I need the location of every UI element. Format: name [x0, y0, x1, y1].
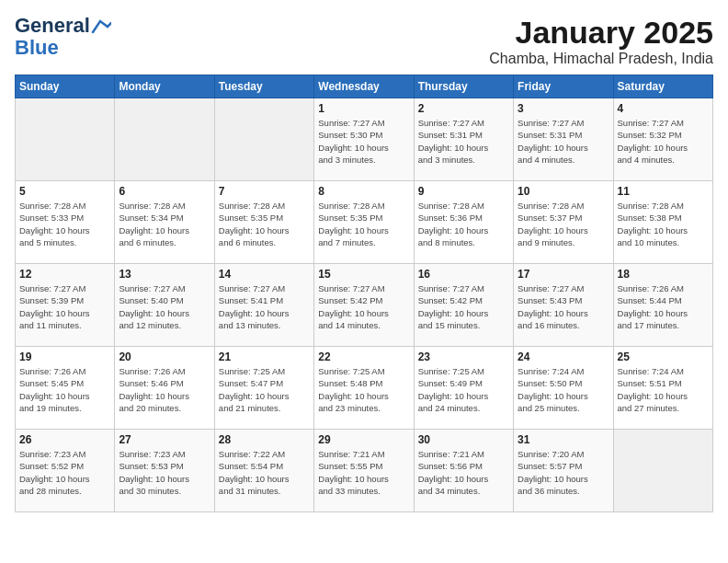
- day-info: Sunrise: 7:28 AMSunset: 5:37 PMDaylight:…: [518, 200, 609, 248]
- day-number: 18: [618, 268, 709, 281]
- calendar-cell: 19Sunrise: 7:26 AMSunset: 5:45 PMDayligh…: [16, 347, 115, 430]
- day-info: Sunrise: 7:27 AMSunset: 5:39 PMDaylight:…: [19, 282, 110, 331]
- day-info: Sunrise: 7:27 AMSunset: 5:32 PMDaylight:…: [618, 117, 709, 166]
- month-year-title: January 2025: [489, 15, 713, 51]
- day-number: 15: [318, 268, 409, 281]
- day-info: Sunrise: 7:26 AMSunset: 5:44 PMDaylight:…: [618, 282, 709, 331]
- day-info: Sunrise: 7:28 AMSunset: 5:34 PMDaylight:…: [119, 200, 210, 248]
- logo-icon: [91, 19, 111, 34]
- calendar-cell: 15Sunrise: 7:27 AMSunset: 5:42 PMDayligh…: [314, 264, 414, 347]
- calendar-week-3: 12Sunrise: 7:27 AMSunset: 5:39 PMDayligh…: [16, 264, 713, 347]
- calendar-header: Sunday Monday Tuesday Wednesday Thursday…: [16, 75, 713, 98]
- col-saturday: Saturday: [613, 75, 712, 98]
- day-number: 5: [19, 185, 110, 198]
- day-number: 11: [618, 185, 709, 198]
- calendar-cell: 29Sunrise: 7:21 AMSunset: 5:55 PMDayligh…: [314, 430, 414, 512]
- col-sunday: Sunday: [16, 75, 115, 98]
- day-info: Sunrise: 7:21 AMSunset: 5:56 PMDaylight:…: [418, 448, 509, 497]
- day-number: 19: [19, 350, 110, 363]
- day-info: Sunrise: 7:21 AMSunset: 5:55 PMDaylight:…: [318, 448, 409, 497]
- day-number: 7: [219, 185, 310, 198]
- logo-blue-text: Blue: [15, 37, 59, 59]
- calendar-cell: 22Sunrise: 7:25 AMSunset: 5:48 PMDayligh…: [314, 347, 414, 430]
- calendar-cell: 8Sunrise: 7:28 AMSunset: 5:35 PMDaylight…: [314, 181, 414, 264]
- calendar-cell: 1Sunrise: 7:27 AMSunset: 5:30 PMDaylight…: [314, 98, 414, 181]
- calendar-cell: 18Sunrise: 7:26 AMSunset: 5:44 PMDayligh…: [613, 264, 712, 347]
- col-thursday: Thursday: [414, 75, 513, 98]
- calendar-cell: 16Sunrise: 7:27 AMSunset: 5:42 PMDayligh…: [414, 264, 513, 347]
- page-header: General Blue January 2025 Chamba, Himach…: [15, 15, 713, 67]
- day-info: Sunrise: 7:26 AMSunset: 5:46 PMDaylight:…: [119, 365, 210, 414]
- calendar-cell: 20Sunrise: 7:26 AMSunset: 5:46 PMDayligh…: [115, 347, 214, 430]
- day-number: 20: [119, 350, 210, 363]
- day-number: 26: [19, 433, 110, 446]
- day-number: 22: [318, 350, 409, 363]
- calendar-cell: 31Sunrise: 7:20 AMSunset: 5:57 PMDayligh…: [514, 430, 613, 512]
- calendar-cell: 23Sunrise: 7:25 AMSunset: 5:49 PMDayligh…: [414, 347, 513, 430]
- day-info: Sunrise: 7:27 AMSunset: 5:42 PMDaylight:…: [318, 282, 409, 331]
- col-friday: Friday: [514, 75, 613, 98]
- day-number: 1: [318, 102, 409, 115]
- calendar-week-2: 5Sunrise: 7:28 AMSunset: 5:33 PMDaylight…: [16, 181, 713, 264]
- calendar-cell: 28Sunrise: 7:22 AMSunset: 5:54 PMDayligh…: [214, 430, 313, 512]
- col-monday: Monday: [115, 75, 214, 98]
- logo: General Blue: [15, 15, 111, 59]
- calendar-cell: 11Sunrise: 7:28 AMSunset: 5:38 PMDayligh…: [613, 181, 712, 264]
- day-number: 29: [318, 433, 409, 446]
- day-number: 24: [518, 350, 609, 363]
- calendar-cell: 25Sunrise: 7:24 AMSunset: 5:51 PMDayligh…: [613, 347, 712, 430]
- day-number: 17: [518, 268, 609, 281]
- day-info: Sunrise: 7:27 AMSunset: 5:31 PMDaylight:…: [418, 117, 509, 166]
- calendar-cell: [214, 98, 313, 181]
- day-number: 14: [219, 268, 310, 281]
- calendar-cell: 7Sunrise: 7:28 AMSunset: 5:35 PMDaylight…: [214, 181, 313, 264]
- day-info: Sunrise: 7:22 AMSunset: 5:54 PMDaylight:…: [219, 448, 310, 497]
- day-info: Sunrise: 7:26 AMSunset: 5:45 PMDaylight:…: [19, 365, 110, 414]
- day-info: Sunrise: 7:28 AMSunset: 5:38 PMDaylight:…: [618, 200, 709, 248]
- calendar-cell: 13Sunrise: 7:27 AMSunset: 5:40 PMDayligh…: [115, 264, 214, 347]
- col-wednesday: Wednesday: [314, 75, 414, 98]
- calendar-week-4: 19Sunrise: 7:26 AMSunset: 5:45 PMDayligh…: [16, 347, 713, 430]
- day-info: Sunrise: 7:28 AMSunset: 5:33 PMDaylight:…: [19, 200, 110, 248]
- day-number: 27: [119, 433, 210, 446]
- title-block: January 2025 Chamba, Himachal Pradesh, I…: [489, 15, 713, 67]
- day-info: Sunrise: 7:27 AMSunset: 5:42 PMDaylight:…: [418, 282, 509, 331]
- day-number: 16: [418, 268, 509, 281]
- calendar-cell: 9Sunrise: 7:28 AMSunset: 5:36 PMDaylight…: [414, 181, 513, 264]
- calendar-cell: 3Sunrise: 7:27 AMSunset: 5:31 PMDaylight…: [514, 98, 613, 181]
- day-info: Sunrise: 7:27 AMSunset: 5:30 PMDaylight:…: [318, 117, 409, 166]
- calendar-cell: 27Sunrise: 7:23 AMSunset: 5:53 PMDayligh…: [115, 430, 214, 512]
- day-number: 21: [219, 350, 310, 363]
- day-number: 6: [119, 185, 210, 198]
- day-info: Sunrise: 7:20 AMSunset: 5:57 PMDaylight:…: [518, 448, 609, 497]
- calendar-cell: 10Sunrise: 7:28 AMSunset: 5:37 PMDayligh…: [514, 181, 613, 264]
- day-info: Sunrise: 7:27 AMSunset: 5:40 PMDaylight:…: [119, 282, 210, 331]
- calendar-week-1: 1Sunrise: 7:27 AMSunset: 5:30 PMDaylight…: [16, 98, 713, 181]
- calendar-cell: 30Sunrise: 7:21 AMSunset: 5:56 PMDayligh…: [414, 430, 513, 512]
- calendar-cell: 12Sunrise: 7:27 AMSunset: 5:39 PMDayligh…: [16, 264, 115, 347]
- calendar-cell: 17Sunrise: 7:27 AMSunset: 5:43 PMDayligh…: [514, 264, 613, 347]
- day-number: 3: [518, 102, 609, 115]
- day-number: 8: [318, 185, 409, 198]
- calendar-cell: [613, 430, 712, 512]
- day-number: 25: [618, 350, 709, 363]
- day-info: Sunrise: 7:28 AMSunset: 5:35 PMDaylight:…: [219, 200, 310, 248]
- day-number: 9: [418, 185, 509, 198]
- calendar-body: 1Sunrise: 7:27 AMSunset: 5:30 PMDaylight…: [16, 98, 713, 512]
- header-row: Sunday Monday Tuesday Wednesday Thursday…: [16, 75, 713, 98]
- day-number: 4: [618, 102, 709, 115]
- day-number: 30: [418, 433, 509, 446]
- calendar-cell: 14Sunrise: 7:27 AMSunset: 5:41 PMDayligh…: [214, 264, 313, 347]
- day-info: Sunrise: 7:24 AMSunset: 5:51 PMDaylight:…: [618, 365, 709, 414]
- day-info: Sunrise: 7:25 AMSunset: 5:48 PMDaylight:…: [318, 365, 409, 414]
- day-number: 31: [518, 433, 609, 446]
- logo-text: General: [15, 15, 90, 37]
- location-subtitle: Chamba, Himachal Pradesh, India: [489, 51, 713, 67]
- calendar-cell: 21Sunrise: 7:25 AMSunset: 5:47 PMDayligh…: [214, 347, 313, 430]
- calendar-table: Sunday Monday Tuesday Wednesday Thursday…: [15, 75, 713, 512]
- day-info: Sunrise: 7:28 AMSunset: 5:35 PMDaylight:…: [318, 200, 409, 248]
- day-info: Sunrise: 7:23 AMSunset: 5:52 PMDaylight:…: [19, 448, 110, 497]
- calendar-cell: 4Sunrise: 7:27 AMSunset: 5:32 PMDaylight…: [613, 98, 712, 181]
- calendar-cell: 2Sunrise: 7:27 AMSunset: 5:31 PMDaylight…: [414, 98, 513, 181]
- day-number: 12: [19, 268, 110, 281]
